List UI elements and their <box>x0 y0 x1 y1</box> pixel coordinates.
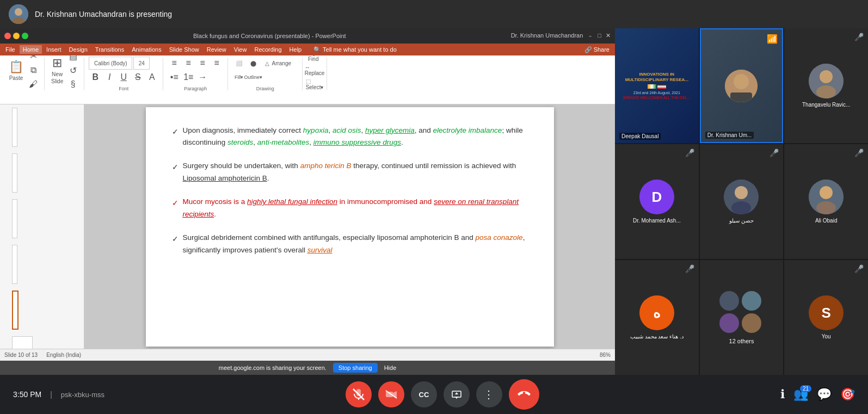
bullet-check-2: ✓ <box>172 161 178 185</box>
participant-tile-others[interactable]: 12 others <box>700 260 784 375</box>
menu-search[interactable]: 🔍 Tell me what you want to do <box>310 45 400 54</box>
close-dot[interactable] <box>4 33 11 39</box>
stop-sharing-button[interactable]: Stop sharing <box>333 363 378 373</box>
slide-bullet-4: ✓ Surgical debridement combined with ant… <box>172 232 528 257</box>
ribbon-font-size[interactable]: 24 <box>133 57 150 70</box>
captions-button[interactable]: CC <box>411 381 437 407</box>
menu-slideshow[interactable]: Slide Show <box>166 45 202 54</box>
ribbon-shape-2[interactable]: ⬤ <box>247 57 260 70</box>
window-restore-icon[interactable]: □ <box>598 32 601 40</box>
hassan-mic-icon: 🎤 <box>769 149 779 157</box>
participants-grid: INNOVATIONS INMULTIDISCIPLINARY RESEA...… <box>615 28 868 375</box>
menu-review[interactable]: Review <box>204 45 230 54</box>
menu-help[interactable]: Help <box>286 45 305 54</box>
more-options-button[interactable]: ⋮ <box>476 381 502 407</box>
ribbon-italic[interactable]: I <box>103 71 116 84</box>
ribbon-cut-btn[interactable]: ✂ <box>27 55 40 63</box>
zoom-status: 86% <box>600 352 611 358</box>
participant-tile-krishnan[interactable]: 📶 Dr. Krishnan Um... <box>700 28 784 143</box>
ribbon-fontcolor[interactable]: A <box>145 71 158 84</box>
ribbon-layout-btn[interactable]: ▤ <box>66 55 79 63</box>
ribbon-bullets[interactable]: •≡ <box>168 71 181 84</box>
menu-view[interactable]: View <box>231 45 250 54</box>
ribbon-shape-outline[interactable]: Outline▾ <box>247 71 260 84</box>
ppt-ribbon: 📋 Paste ✂ ⧉ 🖌 Clipboard <box>0 55 615 104</box>
svg-point-10 <box>735 186 748 199</box>
mute-button[interactable] <box>346 381 372 407</box>
ribbon-clipboard-icons: 📋 Paste ✂ ⧉ 🖌 <box>7 55 40 91</box>
participant-tile-you[interactable]: 🎤 S You <box>784 260 868 375</box>
slide-status: Slide 10 of 13 <box>4 352 38 358</box>
ribbon-arrange[interactable]: Arrange <box>275 57 288 70</box>
ribbon-justify[interactable]: ≡ <box>210 57 223 70</box>
participant-name-deepak: Deepak Dausal <box>619 133 661 140</box>
menu-file[interactable]: File <box>2 45 19 54</box>
minimize-dot[interactable] <box>13 33 20 39</box>
ribbon-strikethrough[interactable]: S <box>131 71 144 84</box>
menu-design[interactable]: Design <box>66 45 91 54</box>
others-avatar-3 <box>719 313 739 333</box>
slide-thumb-9[interactable] <box>12 245 17 284</box>
ribbon-indent[interactable]: → <box>196 71 209 84</box>
end-call-button[interactable] <box>509 379 539 410</box>
menu-share[interactable]: 🔗 Share <box>581 45 613 54</box>
present-button[interactable] <box>444 381 470 407</box>
window-minimize-icon[interactable]: － <box>587 32 593 40</box>
ribbon-group-editing: 🔍 Find ↔ Replace ⬚ Select▾ Editing <box>303 58 327 90</box>
ribbon-align-center[interactable]: ≡ <box>182 57 195 70</box>
ribbon-align-left[interactable]: ≡ <box>168 57 181 70</box>
presenting-label: Dr. Krishnan Umachandran is presenting <box>35 10 172 18</box>
bullet-check-3: ✓ <box>172 197 178 221</box>
presenter-avatar <box>9 4 28 24</box>
participant-tile-deepak[interactable]: INNOVATIONS INMULTIDISCIPLINARY RESEA...… <box>615 28 699 143</box>
slide-thumb-11[interactable]: [No Title] <box>12 336 33 349</box>
hassan-avatar <box>724 180 759 214</box>
conference-flags <box>648 84 666 89</box>
maximize-dot[interactable] <box>22 33 28 39</box>
participants-button[interactable]: 👥 21 <box>793 387 808 401</box>
sharing-notice: meet.google.com is sharing your screen. … <box>0 361 615 375</box>
ribbon-find[interactable]: 🔍 Find <box>308 55 321 63</box>
ribbon-replace[interactable]: ↔ Replace <box>308 64 321 77</box>
slide-thumb-7[interactable] <box>12 153 17 193</box>
ribbon-bold[interactable]: B <box>89 71 102 84</box>
window-close-icon[interactable]: ✕ <box>606 32 611 40</box>
slide-thumb-8[interactable] <box>12 199 17 238</box>
ribbon-select[interactable]: ⬚ Select▾ <box>308 78 321 91</box>
participant-tile-hassan[interactable]: 🎤 حصن سيلو <box>700 144 784 259</box>
slide-thumb-6[interactable] <box>12 108 17 147</box>
ribbon-numbering[interactable]: 1≡ <box>182 71 195 84</box>
others-avatar-2 <box>742 291 761 311</box>
ribbon-new-slide-btn[interactable]: ⊞ New Slide <box>49 55 65 86</box>
activities-button[interactable]: 🎯 <box>840 387 855 401</box>
menu-home[interactable]: Home <box>20 45 42 54</box>
participant-tile-thangavelu[interactable]: 🎤 Thangavelu Ravic... <box>784 28 868 143</box>
krishnan-video-bg <box>701 29 783 142</box>
participant-tile-ali[interactable]: 🎤 Ali Obaid <box>784 144 868 259</box>
menu-transitions[interactable]: Transitions <box>92 45 127 54</box>
conference-slide-bg: INNOVATIONS INMULTIDISCIPLINARY RESEA...… <box>615 28 699 143</box>
ribbon-paragraph-label: Paragraph <box>184 86 207 91</box>
svg-point-1 <box>15 8 22 16</box>
menu-recording[interactable]: Recording <box>251 45 285 54</box>
ribbon-font-family[interactable]: Calibri (Body) <box>89 57 132 70</box>
ribbon-paste-btn[interactable]: 📋 Paste <box>7 58 26 83</box>
menu-animations[interactable]: Animations <box>128 45 164 54</box>
ribbon-underline[interactable]: U <box>117 71 130 84</box>
ribbon-section-btn[interactable]: § <box>66 78 79 91</box>
others-count-label: 12 others <box>729 338 754 344</box>
ribbon-reset-btn[interactable]: ↺ <box>66 64 79 77</box>
participant-tile-hanaa[interactable]: 🎤 ه د. هناء سعد محمد شبيب <box>615 260 699 375</box>
hide-button[interactable]: Hide <box>384 364 397 371</box>
participant-tile-mohamed[interactable]: 🎤 D Dr. Mohamed Ash... <box>615 144 699 259</box>
ribbon-copy-btn[interactable]: ⧉ <box>27 64 40 77</box>
chat-button[interactable]: 💬 <box>817 387 832 401</box>
info-button[interactable]: ℹ <box>780 387 785 401</box>
ribbon-shape-1[interactable]: ⬜ <box>232 57 245 70</box>
menu-insert[interactable]: Insert <box>43 45 65 54</box>
ribbon-align-right[interactable]: ≡ <box>196 57 209 70</box>
ribbon-format-painter-btn[interactable]: 🖌 <box>27 78 40 91</box>
camera-button[interactable] <box>378 381 404 407</box>
participant-name-ali: Ali Obaid <box>815 218 838 224</box>
slide-thumb-10[interactable] <box>12 291 19 330</box>
